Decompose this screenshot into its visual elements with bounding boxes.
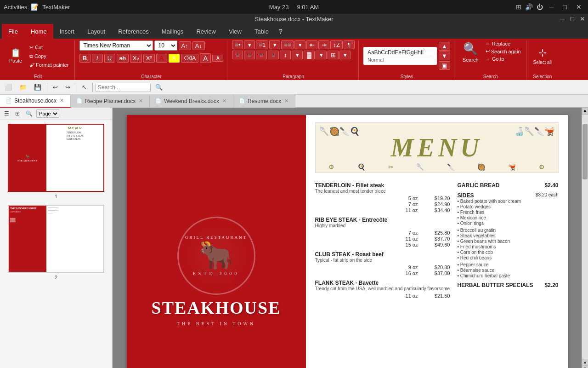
document-area[interactable]: GRILL RESTAURANT 🐂 ESTD 2000 STEAKHOUSE …: [113, 108, 582, 368]
page-thumb-2[interactable]: THE BUTCHER'S GUIDE CUT'S BEEF ▓▓▓▓ ▓▓▓▓…: [8, 205, 104, 280]
scroll-track[interactable]: [582, 115, 588, 359]
font-color-button[interactable]: A: [156, 54, 167, 63]
list-multi-dropdown[interactable]: ▾: [294, 40, 305, 49]
list-bullet-dropdown[interactable]: ▾: [244, 40, 255, 49]
tab-home[interactable]: Home: [24, 24, 53, 39]
styles-down-button[interactable]: ▼: [439, 52, 450, 60]
ribeye-price-3: 15 oz $49.60: [315, 242, 450, 247]
scroll-up-button[interactable]: ▲: [582, 108, 588, 115]
steakhouse-title: STEAKHOUSE: [152, 299, 281, 318]
tab-review[interactable]: Review: [190, 24, 222, 39]
font-size-select[interactable]: 10: [154, 40, 177, 51]
subscript-button[interactable]: X₂: [130, 54, 142, 63]
superscript-button[interactable]: X²: [143, 54, 155, 63]
cut-button[interactable]: ✂ Cut: [28, 44, 71, 52]
strikethrough-button[interactable]: ab: [117, 54, 129, 63]
titlebar: Activities 📝 TextMaker May 23 9:01 AM ⊞ …: [0, 0, 588, 14]
tab-insert[interactable]: Insert: [53, 24, 81, 39]
align-right-button[interactable]: ≡: [256, 51, 267, 59]
sidebar-nav-button[interactable]: ☰: [2, 109, 11, 118]
activities-menu[interactable]: Activities: [4, 4, 27, 11]
doc-tab-recipe[interactable]: 📄 Recipe Planner.docx ✕: [71, 95, 150, 108]
copy-button[interactable]: ⧉ Copy: [28, 52, 71, 60]
minimize-button[interactable]: ─: [547, 2, 557, 12]
font-grow-button[interactable]: A↑: [179, 41, 191, 50]
save-button[interactable]: 💾: [31, 82, 44, 92]
scroll-resize-bottom[interactable]: ▼: [582, 365, 588, 368]
garlic-bread-section: GARLIC BREAD $2.40: [458, 182, 559, 189]
doc-tab-weekend[interactable]: 📄 Weekend Breaks.docx ✕: [150, 95, 233, 108]
tab-references[interactable]: References: [112, 24, 155, 39]
page-thumb-img-2: THE BUTCHER'S GUIDE CUT'S BEEF ▓▓▓▓ ▓▓▓▓…: [8, 205, 104, 273]
borders-dropdown[interactable]: ▾: [339, 51, 351, 59]
sidebar-search-button[interactable]: 🔍: [23, 109, 35, 118]
tab-mailings[interactable]: Mailings: [155, 24, 190, 39]
open-button[interactable]: 📁: [17, 82, 29, 92]
redo-button[interactable]: ↪: [62, 82, 73, 92]
scroll-resize-top[interactable]: ▲: [582, 359, 588, 365]
borders-button[interactable]: ⊞: [328, 51, 339, 59]
tab-close-3[interactable]: ✕: [221, 98, 227, 104]
goto-button[interactable]: → Go to: [484, 56, 522, 62]
font-shrink-button[interactable]: A↓: [192, 41, 205, 50]
win-maximize[interactable]: □: [568, 14, 577, 23]
styles-expand-button[interactable]: ▣: [439, 61, 450, 70]
font-big-button[interactable]: A: [200, 53, 211, 63]
search-toolbar-input[interactable]: [96, 83, 151, 92]
select-all-button[interactable]: ⊹ Select all: [531, 43, 554, 69]
align-left-button[interactable]: ≡: [232, 51, 243, 59]
tab-layout[interactable]: Layout: [81, 24, 112, 39]
tab-close-1[interactable]: ✕: [59, 98, 65, 104]
outdent-button[interactable]: ⇤: [306, 40, 317, 49]
line-spacing-dropdown[interactable]: ▾: [292, 51, 303, 59]
list-multi-button[interactable]: ≡≡: [281, 40, 294, 49]
search-toolbar-btn[interactable]: 🔍: [153, 82, 165, 92]
align-center-button[interactable]: ≡: [244, 51, 255, 59]
font-small-button[interactable]: A: [212, 55, 223, 62]
undo-button[interactable]: ↩: [50, 82, 61, 92]
search-button[interactable]: 🔍 Search: [459, 40, 482, 64]
tab-table[interactable]: Table: [248, 24, 275, 39]
shading-dropdown[interactable]: ▾: [316, 51, 327, 59]
page-thumb-1[interactable]: 🐂 STEAKHOUSE MENU TENDERLOIN RIB EYE STE…: [8, 124, 104, 199]
doc-tab-steakhouse[interactable]: 📄 Steakhouse.docx ✕: [0, 95, 71, 108]
sidebar-page-button[interactable]: ⊞: [13, 109, 22, 118]
search-again-button[interactable]: ↩ Search again: [484, 48, 522, 55]
styles-up-button[interactable]: ▲: [439, 42, 450, 51]
win-close[interactable]: ✕: [577, 14, 588, 23]
tab-file[interactable]: File: [2, 24, 24, 39]
font-family-select[interactable]: Times New Roman: [79, 40, 153, 51]
format-painter-button[interactable]: 🖌 Format painter: [28, 61, 71, 69]
help-button[interactable]: ?: [275, 26, 286, 37]
win-minimize[interactable]: ─: [558, 14, 568, 23]
new-button[interactable]: ⬜: [2, 82, 15, 92]
clear-format-button[interactable]: ⌫A: [181, 54, 199, 63]
shading-button[interactable]: ▓: [304, 51, 315, 59]
highlight-button[interactable]: A: [169, 54, 180, 63]
scroll-thumb[interactable]: [582, 124, 588, 179]
align-justify-button[interactable]: ≡: [268, 51, 279, 59]
line-spacing-button[interactable]: ↕: [280, 51, 291, 59]
cursor-button[interactable]: ↖: [79, 82, 90, 92]
pilcrow-button[interactable]: ¶: [344, 40, 355, 49]
maximize-button[interactable]: □: [560, 2, 570, 12]
list-number-dropdown[interactable]: ▾: [269, 40, 280, 49]
indent-button[interactable]: ⇥: [318, 40, 329, 49]
window-buttons: ─ □ ✕: [558, 14, 588, 23]
paste-button[interactable]: 📋 Paste: [6, 43, 26, 69]
tab-close-2[interactable]: ✕: [138, 98, 144, 104]
underline-button[interactable]: U: [104, 54, 115, 63]
tab-view[interactable]: View: [222, 24, 248, 39]
sort-button[interactable]: ↕Z: [330, 40, 342, 49]
tab-close-4[interactable]: ✕: [283, 98, 289, 104]
doc-tab-resume[interactable]: 📄 Resume.docx ✕: [233, 95, 295, 108]
sidebar-zoom-select[interactable]: Page: [36, 109, 59, 118]
list-bullet-button[interactable]: ≡•: [232, 40, 243, 49]
vertical-scrollbar[interactable]: ▲ ▲ ▼ ▼: [582, 108, 588, 368]
styles-current[interactable]: Normal: [368, 56, 433, 63]
italic-button[interactable]: I: [92, 54, 103, 63]
bold-button[interactable]: B: [79, 54, 90, 63]
list-number-button[interactable]: ≡1: [256, 40, 268, 49]
close-button[interactable]: ✕: [573, 2, 584, 12]
replace-button[interactable]: ↔ Replace: [484, 40, 522, 47]
